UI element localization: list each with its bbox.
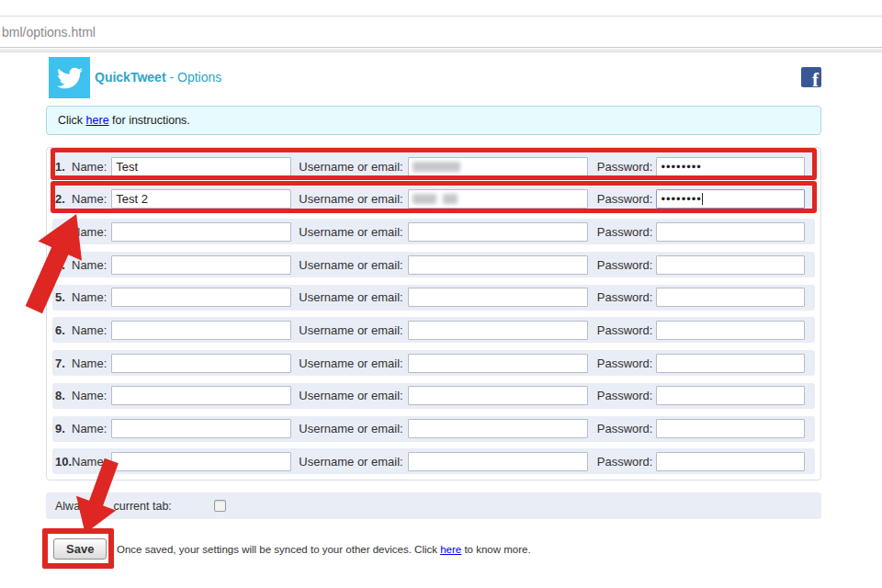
account-row: 9. Name: Username or email: Password: <box>52 416 815 442</box>
password-input[interactable] <box>656 386 805 405</box>
password-label: Password: <box>597 323 653 337</box>
username-label: Username or email: <box>299 160 402 174</box>
page-header: QuickTweet - Options f <box>46 57 821 98</box>
username-label: Username or email: <box>299 323 402 337</box>
page-title: QuickTweet - Options <box>95 57 221 98</box>
password-label: Password: <box>597 389 653 402</box>
row-number: 5. <box>55 290 72 304</box>
password-label: Password: <box>597 356 653 370</box>
username-input[interactable] <box>408 386 588 405</box>
username-label: Username or email: <box>299 192 402 206</box>
username-input[interactable] <box>408 452 588 471</box>
username-input[interactable] <box>408 222 588 242</box>
username-label: Username or email: <box>299 225 402 239</box>
password-input[interactable] <box>656 189 805 209</box>
name-input[interactable] <box>111 157 291 176</box>
username-label: Username or email: <box>299 389 402 402</box>
username-input[interactable] <box>408 354 588 373</box>
password-label: Password: <box>597 290 653 304</box>
name-input[interactable] <box>111 354 291 373</box>
username-input[interactable] <box>408 321 588 340</box>
password-input[interactable] <box>656 452 805 471</box>
save-note-link[interactable]: here <box>440 544 461 555</box>
name-label: Name: <box>72 192 107 206</box>
address-bar[interactable]: bml/options.html <box>0 16 882 48</box>
username-label: Username or email: <box>299 455 402 469</box>
row-number: 7. <box>55 356 72 370</box>
username-label: Username or email: <box>299 258 402 272</box>
row-number: 8. <box>55 389 72 402</box>
save-note: Once saved, your settings will be synced… <box>117 544 531 555</box>
text-cursor <box>702 193 703 205</box>
accounts-form: 1. Name: Username or email: Password: 2.… <box>46 147 821 481</box>
name-input[interactable] <box>111 452 291 471</box>
account-row: 3. Name: Username or email: Password: <box>52 219 815 244</box>
quicktweet-logo <box>49 57 90 98</box>
password-input[interactable] <box>656 222 805 242</box>
password-label: Password: <box>597 160 653 174</box>
name-input[interactable] <box>111 419 291 438</box>
password-input[interactable] <box>656 288 805 307</box>
always-tab-bar: Always current tab: <box>46 492 821 519</box>
password-label: Password: <box>597 225 653 239</box>
row-number: 1. <box>55 160 72 174</box>
name-label: Name: <box>72 422 107 435</box>
name-label: Name: <box>72 290 107 304</box>
options-page: bml/options.html QuickTweet - Options f … <box>0 0 882 588</box>
account-row: 5. Name: Username or email: Password: <box>52 285 815 311</box>
row-number: 2. <box>55 192 72 206</box>
name-label: Name: <box>72 225 107 239</box>
username-label: Username or email: <box>299 422 402 435</box>
row-number: 3. <box>55 225 72 239</box>
password-input[interactable] <box>656 321 805 340</box>
name-label: Name: <box>72 455 107 469</box>
facebook-icon[interactable]: f <box>801 67 821 87</box>
current-tab-checkbox[interactable] <box>214 500 226 512</box>
username-label: Username or email: <box>299 356 402 370</box>
browser-chrome-divider <box>0 49 882 52</box>
row-number: 6. <box>55 323 72 337</box>
password-label: Password: <box>597 455 653 469</box>
password-input[interactable] <box>656 255 805 275</box>
username-input[interactable] <box>408 419 588 438</box>
row-number: 10. <box>55 455 72 469</box>
name-input[interactable] <box>111 386 291 405</box>
account-row: 7. Name: Username or email: Password: <box>52 350 815 376</box>
name-input[interactable] <box>111 255 291 275</box>
account-row: 4. Name: Username or email: Password: <box>52 252 815 277</box>
redacted-username-blur <box>413 194 436 204</box>
redacted-username-blur <box>443 194 458 204</box>
name-input[interactable] <box>111 189 291 209</box>
save-button[interactable]: Save <box>53 538 107 560</box>
account-row: 2. Name: Username or email: Password: <box>52 187 815 212</box>
account-row: 8. Name: Username or email: Password: <box>52 383 815 409</box>
password-input[interactable] <box>656 419 805 438</box>
name-label: Name: <box>72 356 107 370</box>
name-label: Name: <box>72 323 107 337</box>
password-label: Password: <box>597 422 653 435</box>
instructions-text-prefix: Click <box>58 114 86 127</box>
save-note-prefix: Once saved, your settings will be synced… <box>117 544 440 555</box>
username-label: Username or email: <box>299 290 402 304</box>
instructions-banner: Click here for instructions. <box>46 106 821 135</box>
name-input[interactable] <box>111 222 291 242</box>
redacted-username-blur <box>413 162 460 172</box>
twitter-bird-icon <box>57 65 83 91</box>
password-input[interactable] <box>656 354 805 373</box>
name-input[interactable] <box>111 321 291 340</box>
account-row: 1. Name: Username or email: Password: <box>52 153 815 179</box>
password-label: Password: <box>597 192 653 206</box>
username-input[interactable] <box>408 255 588 275</box>
password-label: Password: <box>597 258 653 272</box>
name-input[interactable] <box>111 288 291 307</box>
username-input[interactable] <box>408 288 588 307</box>
instructions-link[interactable]: here <box>86 114 109 127</box>
password-input[interactable] <box>656 157 805 176</box>
name-label: Name: <box>72 258 107 272</box>
account-row: 6. Name: Username or email: Password: <box>52 317 815 343</box>
url-text: bml/options.html <box>0 25 96 40</box>
account-row: 10. Name: Username or email: Password: <box>52 448 815 474</box>
instructions-text-suffix: for instructions. <box>109 114 190 127</box>
name-label: Name: <box>72 389 107 402</box>
app-name: QuickTweet <box>95 70 166 85</box>
